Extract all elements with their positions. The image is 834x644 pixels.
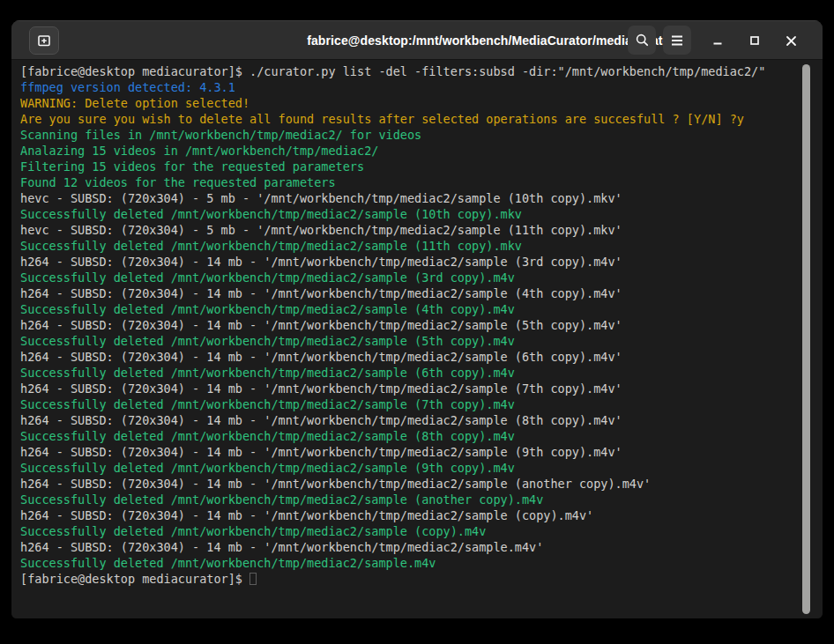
new-tab-button[interactable] — [29, 26, 59, 55]
terminal-line: Successfully deleted /mnt/workbench/tmp/… — [20, 333, 823, 349]
terminal-line: h264 - SUBSD: (720x304) - 14 mb - '/mnt/… — [20, 285, 823, 301]
terminal-line: Scanning files in /mnt/workbench/tmp/med… — [20, 127, 823, 143]
terminal-line: [fabrice@desktop mediacurator]$ — [20, 571, 823, 587]
terminal-line: Successfully deleted /mnt/workbench/tmp/… — [20, 270, 823, 285]
terminal-line: Successfully deleted /mnt/workbench/tmp/… — [20, 428, 823, 444]
terminal-line: [fabrice@desktop mediacurator]$ ./curato… — [20, 63, 823, 79]
window-title: fabrice@desktop:/mnt/workbench/MediaCura… — [307, 20, 675, 60]
terminal-line: Filtering 15 videos for the requested pa… — [20, 159, 823, 174]
menu-button[interactable] — [663, 26, 691, 55]
menu-icon — [671, 35, 683, 46]
terminal-line: Successfully deleted /mnt/workbench/tmp/… — [20, 206, 823, 222]
window-headerbar: fabrice@desktop:/mnt/workbench/MediaCura… — [11, 20, 823, 60]
new-tab-icon — [36, 33, 52, 48]
maximize-button[interactable] — [741, 27, 768, 54]
terminal-line: Successfully deleted /mnt/workbench/tmp/… — [20, 555, 823, 571]
terminal-line: h264 - SUBSD: (720x304) - 14 mb - '/mnt/… — [20, 317, 823, 333]
search-icon — [635, 33, 650, 48]
terminal-line: Are you sure you wish to delete all foun… — [20, 111, 823, 127]
search-button[interactable] — [628, 26, 656, 55]
minimize-button[interactable] — [704, 27, 731, 54]
maximize-icon — [749, 35, 760, 46]
terminal-screen[interactable]: [fabrice@desktop mediacurator]$ ./curato… — [11, 60, 823, 618]
terminal-line: Found 12 videos for the requested parame… — [20, 174, 823, 190]
terminal-line: h264 - SUBSD: (720x304) - 14 mb - '/mnt/… — [20, 444, 823, 460]
terminal-line: Analazing 15 videos in /mnt/workbench/tm… — [20, 143, 823, 159]
terminal-line: Successfully deleted /mnt/workbench/tmp/… — [20, 460, 823, 476]
desktop-background: fabrice@desktop:/mnt/workbench/MediaCura… — [0, 0, 834, 644]
terminal-line: Successfully deleted /mnt/workbench/tmp/… — [20, 492, 823, 507]
terminal-cursor — [249, 573, 257, 585]
terminal-line: ffmpeg version detected: 4.3.1 — [20, 79, 823, 95]
terminal-line: Successfully deleted /mnt/workbench/tmp/… — [20, 523, 823, 539]
terminal-line: Successfully deleted /mnt/workbench/tmp/… — [20, 365, 823, 381]
terminal-line: WARNING: Delete option selected! — [20, 95, 823, 111]
terminal-line: Successfully deleted /mnt/workbench/tmp/… — [20, 301, 823, 317]
terminal-line: h264 - SUBSD: (720x304) - 14 mb - '/mnt/… — [20, 254, 823, 270]
terminal-line: h264 - SUBSD: (720x304) - 14 mb - '/mnt/… — [20, 349, 823, 365]
terminal-line: Successfully deleted /mnt/workbench/tmp/… — [20, 238, 823, 254]
terminal-line: h264 - SUBSD: (720x304) - 14 mb - '/mnt/… — [20, 412, 823, 428]
close-icon — [786, 35, 797, 47]
terminal-output: [fabrice@desktop mediacurator]$ ./curato… — [20, 63, 823, 587]
terminal-line: h264 - SUBSD: (720x304) - 14 mb - '/mnt/… — [20, 476, 823, 492]
close-button[interactable] — [778, 27, 804, 54]
terminal-line: Successfully deleted /mnt/workbench/tmp/… — [20, 396, 823, 412]
terminal-line: hevc - SUBSD: (720x304) - 5 mb - '/mnt/w… — [20, 190, 823, 206]
terminal-line: hevc - SUBSD: (720x304) - 5 mb - '/mnt/w… — [20, 222, 823, 238]
terminal-line: h264 - SUBSD: (720x304) - 14 mb - '/mnt/… — [20, 539, 823, 555]
terminal-line: h264 - SUBSD: (720x304) - 14 mb - '/mnt/… — [20, 381, 823, 396]
scrollbar-thumb[interactable] — [802, 64, 810, 614]
terminal-window: fabrice@desktop:/mnt/workbench/MediaCura… — [11, 20, 823, 618]
minimize-icon — [712, 35, 723, 46]
terminal-line: h264 - SUBSD: (720x304) - 14 mb - '/mnt/… — [20, 507, 823, 523]
